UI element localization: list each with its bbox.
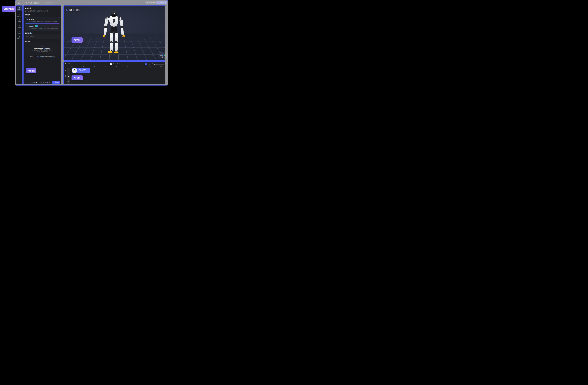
- clip-trim-handle-left[interactable]: [72, 70, 73, 71]
- expression-track-icon[interactable]: [64, 69, 66, 71]
- material-name-input[interactable]: [24, 34, 60, 39]
- delete-clip-button[interactable]: [72, 63, 73, 64]
- axis-neg-z-dot[interactable]: [162, 56, 163, 58]
- timeline-zoom-slider-thumb[interactable]: [154, 64, 155, 65]
- pencil-icon: [41, 2, 42, 3]
- auto-fit-clip-button[interactable]: [145, 63, 147, 65]
- cost-label: 本次消耗积分: [40, 81, 47, 83]
- speaker-icon: [68, 81, 69, 83]
- ruler-tick-label: 2f: [83, 66, 84, 67]
- annotation-preview-label: 预览区: [71, 37, 83, 43]
- ruler-tick-label: 14f: [149, 66, 150, 67]
- playback-time: 00:00 / 00:30: [113, 63, 120, 64]
- film-reel-icon: [41, 44, 44, 47]
- sidebar-item-expression-library[interactable]: 表情库: [16, 19, 22, 23]
- timeline-panel: 00:00 / 00:30 0f 2f 4f 6f 8f 10f: [63, 61, 165, 85]
- mode-card-pro[interactable]: 动作模仿 Pro 模仿复杂高精度高动态全身动作复现，适用于舞蹈功夫等丰富表达创作…: [24, 24, 60, 31]
- playhead-handle[interactable]: [71, 66, 72, 67]
- robot-face-icon: [19, 19, 20, 21]
- upload-desc-line2: 仅中文、英文语言的识别: [37, 51, 48, 53]
- cloud-unsaved-icon: [44, 2, 46, 4]
- clip-name: 超帅走路姿势: [79, 69, 86, 71]
- project-title: A1机器人动作-我的项目1: [23, 2, 40, 4]
- sparkles-icon: [19, 13, 20, 15]
- stretch-clip-button[interactable]: [148, 63, 150, 65]
- undo-icon: [65, 63, 66, 64]
- rename-project-button[interactable]: [40, 1, 43, 4]
- stretch-clip-icon: [148, 63, 150, 65]
- sidebar-item-motion-library[interactable]: 动作库: [16, 24, 22, 28]
- file-unsaved-status: 文件未保存: [44, 1, 53, 4]
- play-button[interactable]: [110, 63, 112, 65]
- fit-clip-icon: [145, 63, 147, 65]
- model-name: 灵犀X2: [69, 9, 74, 11]
- redo-button[interactable]: [68, 63, 70, 64]
- volume-value: 40%: [67, 68, 70, 69]
- deploy-to-device-button[interactable]: 下发到设备: [156, 1, 167, 4]
- dimmed-gizmo-fragment: [165, 53, 167, 58]
- credits-remaining-value: 300: [36, 81, 38, 83]
- person-track-icon: [64, 75, 66, 77]
- preview-viewport[interactable]: 灵犀X2 青春版 Z Y X: [63, 5, 165, 61]
- bolt-icon: [27, 19, 28, 20]
- upload-requirement-link[interactable]: 【上传要求】: [33, 56, 40, 58]
- star-icon: [26, 26, 28, 27]
- generate-button[interactable]: 立即生成: [52, 81, 60, 84]
- pro-badge: Pro: [35, 25, 38, 27]
- trash-icon: [72, 63, 73, 64]
- annotation-panel-label: 功能面板: [26, 68, 37, 73]
- volume-slider-thumb[interactable]: [68, 76, 69, 77]
- upload-requirement-hint: 请根据【上传要求】提供清晰完整的真人动作视频: [23, 56, 61, 58]
- timeline-clip[interactable]: 超帅走路姿势: [72, 68, 90, 73]
- sidebar-item-audio-library[interactable]: 音频库: [16, 30, 22, 34]
- zoom-out-button[interactable]: [152, 63, 154, 65]
- clip-trim-handle-right[interactable]: [90, 70, 90, 71]
- footer-separator: |: [39, 81, 39, 83]
- upload-title: 拖拽至此或点击上传视频文件: [34, 48, 51, 50]
- zoom-in-icon[interactable]: [165, 62, 167, 64]
- model-badge: 灵犀X2 青春版: [65, 8, 81, 12]
- redo-icon: [68, 63, 70, 64]
- app-logo-icon: [18, 1, 20, 4]
- timeline-vertical-scrollbar[interactable]: [166, 68, 167, 78]
- credits-remaining-label: 剩余积分: [31, 81, 35, 83]
- clapperboard-icon: [19, 7, 20, 9]
- sidebar-item-my-tasks[interactable]: 我的任务: [16, 36, 22, 40]
- sidebar-item-motion-mimic[interactable]: 动作模仿: [17, 6, 22, 11]
- axis-z-dot[interactable]: Z: [162, 53, 163, 54]
- credit-gem-icon: [47, 82, 48, 83]
- upload-desc-line1: 支持 mp4、avi、mov 等格式，视频长度 30 秒以内，: [32, 50, 54, 51]
- walking-icon: [77, 69, 79, 70]
- video-upload-dropzone[interactable]: 拖拽至此或点击上传视频文件 支持 mp4、avi、mov 等格式，视频长度 30…: [24, 43, 60, 55]
- ruler-tick-label: 12f: [138, 66, 139, 67]
- music-track-icon[interactable]: [64, 81, 66, 82]
- mode-card-standard[interactable]: 动作模仿 快速模仿普通难度的全身动作，适用于小品戏剧等简单动作的快速演绎: [24, 17, 60, 23]
- tasks-icon: [19, 36, 20, 38]
- clip-thumbnail: [72, 68, 77, 73]
- mute-toggle[interactable]: [67, 79, 70, 84]
- robot-model[interactable]: [101, 11, 127, 55]
- screenshot-root: A1机器人动作-我的项目1 文件未保存 合成并保存: [0, 0, 184, 87]
- sidebar-item-audio-arrange[interactable]: 音频编排: [16, 13, 22, 17]
- ruler-tick-label: 4f: [94, 66, 95, 67]
- playhead[interactable]: [71, 66, 71, 84]
- axis-x-dot[interactable]: X: [164, 55, 165, 56]
- disc-track-icon: [64, 81, 66, 82]
- volume-slider-panel[interactable]: 40%: [67, 68, 70, 79]
- cost-value: 10: [49, 81, 50, 83]
- ruler-tick-label: 10f: [127, 66, 128, 67]
- ruler-tick-label: 6f: [105, 66, 106, 67]
- undo-button[interactable]: [65, 63, 66, 64]
- timeline-zoom-slider[interactable]: [154, 64, 164, 64]
- motion-track-icon[interactable]: [64, 75, 66, 77]
- face-track-icon: [64, 69, 66, 71]
- ruler-tick-label: 8f: [116, 66, 117, 67]
- annotation-timeline-label: 时间轴: [71, 75, 83, 80]
- robot-download-icon: [157, 2, 159, 3]
- axis-y-dot[interactable]: Y: [162, 55, 163, 56]
- save-compose-button[interactable]: 合成并保存: [146, 1, 156, 4]
- ruler-tick-label: 16f: [160, 66, 162, 67]
- function-nav-sidebar: 动作模仿 音频编排 表情库: [16, 5, 23, 85]
- axis-neg-x-dot[interactable]: [160, 55, 162, 56]
- panel-subtitle: 上传个人视频，系统智能转换为机器人动作脚本: [25, 10, 49, 12]
